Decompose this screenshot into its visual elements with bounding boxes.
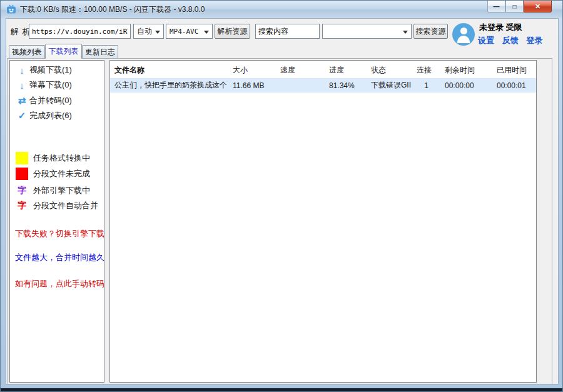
sidebar-item-merge-transcode[interactable]: ⇄ 合并转码(0) (16, 94, 102, 107)
purple-char-icon: 字 (16, 185, 28, 196)
quality-select-value: 自动 (137, 26, 152, 37)
legend-label: 分段文件未完成 (33, 168, 90, 179)
maximize-button[interactable]: □ (505, 1, 524, 13)
tip-merge-time: 文件越大，合并时间越久 (15, 252, 104, 263)
tab-download-list[interactable]: 下载列表 (45, 44, 82, 59)
cell-status: 下载错误GII (367, 80, 412, 91)
cell-size: 11.66 MB (228, 81, 276, 90)
download-arrow-icon: ↓ (16, 80, 28, 91)
col-filename[interactable]: 文件名称 (110, 65, 228, 76)
sidebar-panel: ↓ 视频下载(1) ↓ 弹幕下载(0) ⇄ 合并转码(0) ✓ 完成列表(6) … (9, 60, 104, 383)
download-arrow-icon: ↓ (16, 65, 28, 76)
legend-external-engine: 字 外部引擎下载中 (16, 184, 103, 198)
parse-resource-button[interactable]: 解析资源 (215, 24, 250, 39)
red-char-icon: 字 (16, 200, 28, 211)
format-select-value: MP4-AVC (170, 28, 198, 36)
url-input[interactable] (29, 24, 131, 39)
sidebar-item-label: 合并转码(0) (29, 95, 72, 106)
legend-segment-incomplete: 分段文件未完成 (16, 167, 103, 181)
search-resource-button[interactable]: 搜索资源 (413, 24, 448, 39)
col-elapsed[interactable]: 已用时间 (492, 65, 536, 76)
legend-label: 外部引擎下载中 (33, 185, 90, 196)
search-result-select[interactable] (322, 24, 412, 39)
tip-manual-transcode[interactable]: 如有问题，点此手动转码 (15, 278, 104, 289)
sidebar-item-label: 完成列表(6) (29, 110, 72, 121)
quality-select[interactable]: 自动 (133, 24, 164, 39)
app-icon (6, 4, 16, 14)
sidebar-item-label: 视频下载(1) (29, 64, 72, 76)
tab-update-log[interactable]: 更新日志 (82, 45, 118, 58)
download-table-panel: 文件名称 大小 速度 进度 状态 连接 剩余时间 已用时间 公主们，快把手里的奶… (109, 60, 537, 383)
col-status[interactable]: 状态 (367, 65, 412, 76)
check-icon: ✓ (16, 110, 28, 121)
search-input[interactable] (255, 24, 320, 39)
chevron-down-icon (155, 31, 160, 34)
app-window: 下载:0 KB/s 限速：100.00 MB/S - 闪豆下载器 - v3.8.… (0, 0, 563, 392)
settings-link[interactable]: 设置 (478, 36, 494, 45)
window-bottom-edge (1, 388, 562, 391)
window-controls: — □ ✕ (487, 1, 552, 13)
tip-switch-engine[interactable]: 下载失败？切换引擎下载 (15, 228, 104, 239)
sidebar-item-label: 弹幕下载(0) (29, 79, 72, 91)
table-row[interactable]: 公主们，快把手里的奶茶换成这个 11.66 MB 81.34% 下载错误GII … (110, 78, 536, 93)
col-remaining[interactable]: 剩余时间 (440, 65, 492, 76)
sidebar-item-danmaku-download[interactable]: ↓ 弹幕下载(0) (16, 79, 102, 91)
chevron-down-icon (204, 31, 209, 34)
col-connections[interactable]: 连接 (412, 65, 440, 76)
tab-video-list[interactable]: 视频列表 (9, 45, 45, 58)
cell-filename: 公主们，快把手里的奶茶换成这个 (110, 80, 228, 91)
legend-format-converting: 任务格式转换中 (16, 151, 103, 165)
col-size[interactable]: 大小 (228, 65, 276, 76)
user-avatar[interactable] (452, 23, 475, 46)
col-speed[interactable]: 速度 (276, 65, 325, 76)
yellow-swatch (16, 152, 28, 164)
sidebar-item-video-download[interactable]: ↓ 视频下载(1) (16, 64, 102, 76)
legend-label: 分段文件自动合并 (33, 200, 98, 211)
table-header-row: 文件名称 大小 速度 进度 状态 连接 剩余时间 已用时间 (110, 62, 536, 78)
window-title: 下载:0 KB/s 限速：100.00 MB/S - 闪豆下载器 - v3.8.… (20, 4, 205, 15)
cell-elapsed: 00:00:01 (492, 81, 536, 90)
cell-progress: 81.34% (325, 81, 367, 90)
login-status: 未登录 受限 (479, 22, 522, 33)
chevron-down-icon (403, 31, 408, 34)
minimize-button[interactable]: — (487, 1, 505, 13)
feedback-link[interactable]: 反馈 (502, 36, 519, 45)
title-bar: 下载:0 KB/s 限速：100.00 MB/S - 闪豆下载器 - v3.8.… (1, 1, 562, 18)
account-links: 设置 反馈 登录 (478, 35, 548, 46)
cell-connections: 1 (412, 81, 440, 90)
col-progress[interactable]: 进度 (325, 65, 367, 76)
transfer-arrows-icon: ⇄ (16, 95, 28, 106)
red-swatch (16, 168, 28, 180)
cell-remaining: 00:00:00 (440, 81, 492, 90)
legend-label: 任务格式转换中 (33, 153, 90, 164)
format-select[interactable]: MP4-AVC (166, 24, 213, 39)
legend-auto-merge: 字 分段文件自动合并 (16, 199, 103, 213)
sidebar-item-completed-list[interactable]: ✓ 完成列表(6) (16, 109, 102, 122)
close-button[interactable]: ✕ (524, 1, 552, 13)
login-link[interactable]: 登录 (526, 36, 542, 45)
